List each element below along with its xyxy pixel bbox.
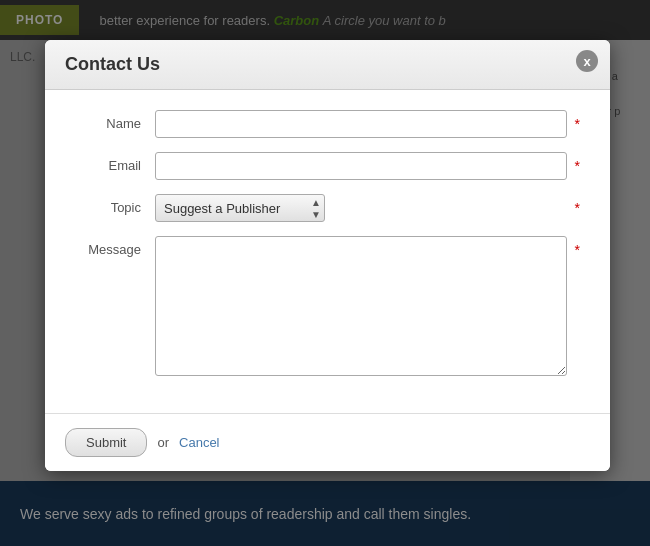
message-row: Message * (75, 236, 580, 379)
email-input[interactable] (155, 152, 567, 180)
topic-label: Topic (75, 194, 155, 215)
modal-title: Contact Us (65, 54, 160, 74)
name-label: Name (75, 110, 155, 131)
message-label: Message (75, 236, 155, 257)
topic-required: * (575, 194, 580, 216)
email-required: * (575, 152, 580, 174)
modal-footer: Submit or Cancel (45, 413, 610, 471)
message-textarea[interactable] (155, 236, 567, 376)
cancel-link[interactable]: Cancel (179, 435, 219, 450)
email-label: Email (75, 152, 155, 173)
name-input[interactable] (155, 110, 567, 138)
modal-header: Contact Us x (45, 40, 610, 90)
modal-close-button[interactable]: x (576, 50, 598, 72)
email-row: Email * (75, 152, 580, 180)
topic-select-wrapper: Suggest a PublisherGeneral InquiryTechni… (155, 194, 325, 222)
contact-us-modal: Contact Us x Name * Email * (45, 40, 610, 471)
topic-field-wrapper: Suggest a PublisherGeneral InquiryTechni… (155, 194, 567, 222)
modal-body: Name * Email * Topic (45, 90, 610, 413)
submit-button[interactable]: Submit (65, 428, 147, 457)
footer-or-text: or (157, 435, 169, 450)
topic-row: Topic Suggest a PublisherGeneral Inquiry… (75, 194, 580, 222)
name-field-wrapper (155, 110, 567, 138)
message-required: * (575, 236, 580, 258)
modal-overlay: Contact Us x Name * Email * (0, 0, 650, 546)
name-row: Name * (75, 110, 580, 138)
name-required: * (575, 110, 580, 132)
email-field-wrapper (155, 152, 567, 180)
topic-select[interactable]: Suggest a PublisherGeneral InquiryTechni… (155, 194, 325, 222)
message-field-wrapper (155, 236, 567, 379)
